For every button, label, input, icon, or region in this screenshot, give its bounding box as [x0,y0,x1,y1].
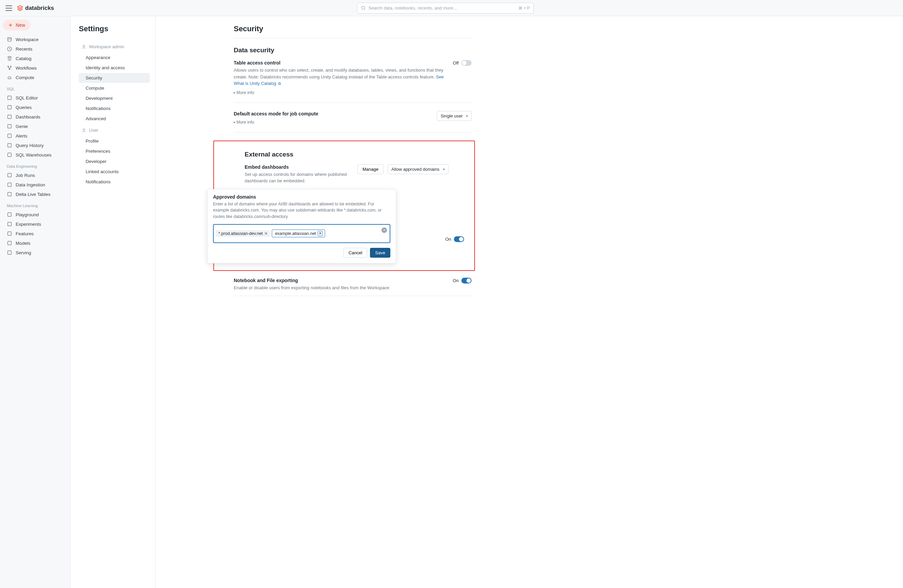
svg-rect-17 [8,174,11,177]
svg-point-8 [11,66,11,67]
group-icon [82,128,86,133]
serving-icon [7,250,12,255]
playground-icon [7,212,12,217]
external-access-heading: External access [245,151,464,158]
external-on-label: On [445,237,451,242]
notebook-export-label: Notebook and File exporting [234,278,446,283]
clear-all-icon[interactable]: ✕ [382,227,387,233]
popover-desc: Enter a list of domains where your AI/BI… [213,201,390,220]
svg-rect-21 [8,223,11,226]
brand-name: databricks [25,5,54,11]
svg-point-7 [8,66,9,67]
sidebar-item-delta-live-tables[interactable]: Delta Live Tables [3,190,68,199]
domain-tag[interactable]: *.prod.atlassian-dev.net ✕ [216,230,270,237]
settings-item-linked-accounts[interactable]: Linked accounts [79,167,150,177]
sidebar-item-workflows[interactable]: Workflows [3,63,68,73]
search-icon [361,5,366,11]
sql-editor-icon [7,95,12,100]
external-toggle[interactable] [454,236,464,242]
settings-item-notifications[interactable]: Notifications [79,177,150,187]
notebook-export-desc: Enable or disable users from exporting n… [234,284,446,291]
remove-tag-icon[interactable]: ✕ [318,231,323,236]
data-security-heading: Data security [234,47,472,54]
settings-item-security[interactable]: Security [79,73,150,83]
settings-group-user: User [79,126,150,134]
svg-line-1 [364,9,365,10]
hamburger-menu[interactable] [5,5,12,11]
popover-title: Approved domains [213,194,390,200]
svg-point-26 [83,129,85,130]
settings-subnav: Settings Workspace adminAppearanceIdenti… [71,16,156,588]
notebook-state-label: On [453,278,459,283]
settings-item-preferences[interactable]: Preferences [79,146,150,156]
sidebar-item-data-ingestion[interactable]: Data Ingestion [3,180,68,190]
query-history-icon [7,143,12,148]
manage-button[interactable]: Manage [357,164,384,174]
sidebar-item-recents[interactable]: Recents [3,44,68,53]
sidebar-item-models[interactable]: Models [3,238,68,248]
svg-point-25 [83,45,85,47]
recents-icon [7,46,12,52]
new-button[interactable]: New [3,20,31,31]
sidebar-item-sql-warehouses[interactable]: SQL Warehouses [3,150,68,160]
sidebar-item-playground[interactable]: Playground [3,210,68,219]
sidebar-item-features[interactable]: Features [3,229,68,238]
sidebar-item-experiments[interactable]: Experiments [3,219,68,229]
sidebar-item-workspace[interactable]: Workspace [3,34,68,44]
highlight-box: External access Embed dashboards Set up … [213,141,475,271]
tac-more-info[interactable]: More info [234,90,446,95]
notebook-toggle[interactable] [461,278,472,284]
allow-domains-select[interactable]: Allow approved domains ▾ [388,164,448,174]
domain-tag-editing[interactable]: example.atlassian.net ✕ [272,229,325,237]
default-mode-select[interactable]: Single user ▾ [437,111,472,121]
settings-item-development[interactable]: Development [79,93,150,103]
tac-toggle[interactable] [461,60,472,66]
settings-item-profile[interactable]: Profile [79,136,150,146]
svg-rect-11 [8,105,11,109]
alerts-icon [7,133,12,138]
brand-logo[interactable]: databricks [17,5,54,11]
sidebar-item-genie[interactable]: Genie [3,122,68,131]
settings-title: Settings [79,24,150,33]
chevron-down-icon: ▾ [443,167,445,171]
sidebar-item-compute[interactable]: Compute [3,73,68,82]
new-button-label: New [16,22,25,28]
embed-label: Embed dashboards [245,164,353,170]
sidebar-item-sql-editor[interactable]: SQL Editor [3,93,68,102]
features-icon [7,231,12,236]
workspace-icon [7,37,12,42]
dashboards-icon [7,114,12,119]
sidebar-section-data-engineering: Data Engineering [3,160,68,171]
sidebar-section-sql: SQL [3,82,68,93]
sidebar-item-dashboards[interactable]: Dashboards [3,112,68,122]
svg-rect-4 [8,38,11,41]
settings-item-identity-and-access[interactable]: Identity and access [79,63,150,73]
settings-item-compute[interactable]: Compute [79,83,150,93]
catalog-icon [7,56,12,61]
settings-item-developer[interactable]: Developer [79,157,150,166]
sidebar-item-alerts[interactable]: Alerts [3,131,68,141]
sidebar-item-catalog[interactable]: Catalog [3,53,68,63]
page-title: Security [234,24,472,33]
svg-rect-10 [8,96,11,100]
sidebar-item-job-runs[interactable]: Job Runs [3,171,68,180]
settings-item-notifications[interactable]: Notifications [79,103,150,113]
compute-icon [7,75,12,80]
domains-input[interactable]: *.prod.atlassian-dev.net ✕ example.atlas… [213,224,390,243]
sidebar-section-machine-learning: Machine Learning [3,199,68,210]
sidebar-item-queries[interactable]: Queries [3,102,68,112]
svg-rect-12 [8,115,11,119]
svg-point-0 [362,6,365,9]
default-mode-label: Default access mode for job compute [234,111,430,116]
settings-item-appearance[interactable]: Appearance [79,53,150,63]
sidebar-item-serving[interactable]: Serving [3,248,68,257]
global-search[interactable]: Search data, notebooks, recents, and mor… [357,3,534,14]
sidebar-item-query-history[interactable]: Query History [3,141,68,150]
search-shortcut: ⌘ + P [518,6,530,11]
save-button[interactable]: Save [370,248,390,258]
remove-tag-icon[interactable]: ✕ [264,231,268,236]
default-mode-more-info[interactable]: More info [234,120,430,125]
settings-item-advanced[interactable]: Advanced [79,114,150,124]
cancel-button[interactable]: Cancel [343,248,367,258]
group-icon [82,44,86,49]
